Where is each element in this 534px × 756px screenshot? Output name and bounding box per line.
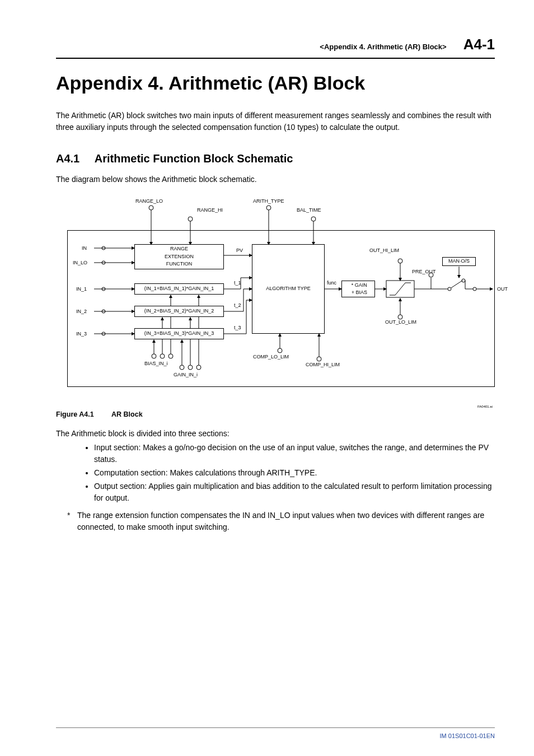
sections-intro: The Arithmetic block is divided into thr… (56, 428, 495, 440)
intro-paragraph: The Arithmetic (AR) block switches two m… (56, 110, 495, 133)
label-comp-hi-lim: COMP_HI_LIM (306, 361, 340, 369)
footnote: * The range extension function compensat… (56, 510, 495, 533)
figure-caption: Figure A4.1 AR Block (56, 409, 495, 420)
figure-number: Figure A4.1 (56, 409, 110, 420)
label-arith-type: ARITH_TYPE (253, 198, 284, 206)
svg-point-6 (311, 217, 316, 221)
section-title: Arithmetic Function Block Schematic (95, 152, 293, 165)
block-calc-1: (IN_1+BIAS_IN_1)*GAIN_IN_1 (134, 283, 224, 295)
page-title: Appendix 4. Arithmetic (AR) Block (56, 69, 495, 97)
diagram-credit: FA0401.ai (477, 404, 493, 409)
sections-list: Input section: Makes a go/no-go decision… (56, 442, 495, 504)
footnote-text: The range extension function compensates… (77, 510, 495, 533)
label-in: IN (82, 245, 87, 253)
label-bias-in-i: BIAS_IN_i (144, 360, 168, 368)
list-item: Computation section: Makes calculations … (94, 467, 495, 479)
block-algorithm-type: ALGORITHM TYPE (252, 244, 325, 334)
list-item: Input section: Makes a go/no-go decision… (94, 442, 495, 465)
label-gain-in-i: GAIN_IN_i (174, 371, 198, 379)
label-pre-out: PRE_OUT (412, 268, 436, 276)
header-section-label: <Appendix 4. Arithmetic (AR) Block> (320, 41, 446, 53)
list-item: Output section: Applies gain multiplicat… (94, 480, 495, 504)
block-gain-bias: * GAIN + BIAS (341, 281, 375, 297)
footer-doc-id: IM 01S01C01-01EN (440, 732, 495, 739)
block-calc-2: (IN_2+BIAS_IN_2)*GAIN_IN_2 (134, 306, 224, 317)
ar-block-diagram: RANGE_LO RANGE_HI ARITH_TYPE BAL_TIME IN… (56, 191, 495, 404)
label-t1: t_1 (234, 279, 241, 287)
page-header: <Appendix 4. Arithmetic (AR) Block> A4-1 (56, 34, 495, 59)
label-func: func (327, 279, 336, 287)
label-in-1: IN_1 (76, 286, 87, 293)
label-comp-lo-lim: COMP_LO_LIM (253, 353, 289, 361)
label-range-lo: RANGE_LO (135, 198, 163, 206)
block-calc-3: (IN_3+BIAS_IN_3)*GAIN_IN_3 (134, 328, 224, 339)
block-man-os: MAN·O/S (442, 257, 476, 266)
label-out-lo-lim: OUT_LO_LIM (385, 319, 416, 326)
section-caption: The diagram below shows the Arithmetic b… (56, 174, 495, 185)
section-number: A4.1 (56, 150, 92, 167)
label-t3: t_3 (234, 324, 241, 332)
label-bal-time: BAL_TIME (297, 207, 321, 214)
label-range-hi: RANGE_HI (197, 207, 223, 214)
footnote-marker: * (67, 510, 77, 533)
section-heading: A4.1 Arithmetic Function Block Schematic (56, 150, 495, 167)
label-in-3: IN_3 (76, 330, 87, 338)
figure-title: AR Block (111, 410, 143, 418)
svg-point-2 (188, 217, 193, 221)
header-page-number: A4-1 (463, 34, 495, 55)
label-in-2: IN_2 (76, 308, 87, 316)
label-out: OUT (497, 286, 508, 293)
block-range-extension: RANGE EXTENSION FUNCTION (134, 244, 224, 269)
label-in-lo: IN_LO (73, 259, 87, 267)
svg-point-4 (266, 206, 271, 210)
label-out-hi-lim: OUT_HI_LIM (369, 247, 399, 255)
page-footer: IM 01S01C01-01EN (56, 727, 495, 741)
label-pv: PV (236, 247, 243, 255)
svg-point-0 (149, 206, 153, 210)
label-t2: t_2 (234, 302, 241, 310)
